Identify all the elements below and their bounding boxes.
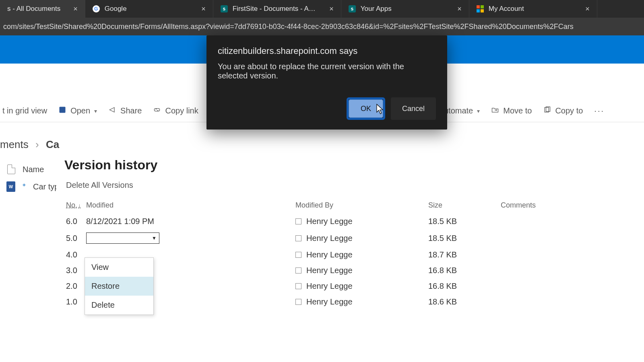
version-size: 18.6 KB <box>428 297 501 306</box>
version-by: Henry Legge <box>306 297 353 306</box>
version-by: Henry Legge <box>306 266 353 275</box>
ok-button-highlight: OK <box>347 97 385 120</box>
col-comments-header[interactable]: Comments <box>501 201 644 210</box>
label: Copy link <box>165 106 198 115</box>
version-no: 4.0 <box>66 250 86 259</box>
word-doc-icon: W <box>6 181 15 192</box>
share-button[interactable]: Share <box>108 106 142 116</box>
new-indicator-icon: ✦ <box>22 182 27 188</box>
label: Move to <box>503 106 532 115</box>
version-no: 2.0 <box>66 282 86 291</box>
close-icon[interactable]: × <box>321 5 334 13</box>
copy-to-button[interactable]: Copy to <box>543 106 583 116</box>
label: t in grid view <box>2 106 47 115</box>
breadcrumb-current: Ca <box>46 138 59 150</box>
close-icon[interactable]: × <box>65 5 78 13</box>
label: Share <box>120 106 142 115</box>
col-modified-header[interactable]: Modified <box>86 201 295 210</box>
presence-icon <box>295 252 301 258</box>
sharepoint-icon: s <box>349 5 356 12</box>
menu-view[interactable]: View <box>85 258 153 277</box>
word-icon <box>58 106 66 116</box>
dialog-title: citizenbuilders.sharepoint.com says <box>218 46 436 56</box>
tab-0[interactable]: s - All Documents × <box>0 0 85 18</box>
col-size-header[interactable]: Size <box>428 201 501 210</box>
confirm-dialog: citizenbuilders.sharepoint.com says You … <box>206 35 447 130</box>
version-size: 18.5 KB <box>428 217 501 226</box>
presence-icon <box>295 299 301 305</box>
url-text: com/sites/TestSite/Shared%20Documents/Fo… <box>3 23 574 31</box>
file-name: Car typ <box>33 182 59 191</box>
version-size: 16.8 KB <box>428 282 501 291</box>
link-icon <box>153 106 161 116</box>
col-modifiedby-header[interactable]: Modified By <box>295 201 428 210</box>
version-size: 18.7 KB <box>428 250 501 259</box>
tab-title: Google <box>105 5 127 13</box>
dialog-message: You are about to replace the current ver… <box>218 62 436 80</box>
close-icon[interactable]: × <box>577 5 590 13</box>
tab-3[interactable]: s Your Apps × <box>341 0 469 18</box>
close-icon[interactable]: × <box>449 5 462 13</box>
version-no: 6.0 <box>66 217 86 226</box>
address-bar[interactable]: com/sites/TestSite/Shared%20Documents/Fo… <box>0 18 644 35</box>
version-no: 5.0 <box>66 234 86 243</box>
version-row[interactable]: 5.0 ▼ Henry Legge 18.5 KB <box>56 229 644 247</box>
delete-all-versions-link[interactable]: Delete All Versions <box>56 181 133 201</box>
presence-icon <box>295 267 301 274</box>
move-to-button[interactable]: Move to <box>491 106 532 116</box>
file-icon <box>7 165 15 174</box>
chevron-right-icon: › <box>35 138 39 150</box>
version-dropdown[interactable]: ▼ <box>86 232 159 244</box>
tab-title: FirstSite - Documents - All Docu <box>233 5 316 13</box>
version-size: 18.5 KB <box>428 234 501 243</box>
tab-title: My Account <box>489 5 524 13</box>
tab-2[interactable]: s FirstSite - Documents - All Docu × <box>213 0 341 18</box>
browser-tab-strip: s - All Documents × G Google × s FirstSi… <box>0 0 644 18</box>
tab-title: Your Apps <box>361 5 392 13</box>
copy-link-button[interactable]: Copy link <box>153 106 198 116</box>
presence-icon <box>295 283 301 289</box>
google-icon: G <box>93 5 100 12</box>
version-by: Henry Legge <box>306 282 353 291</box>
label: Open <box>70 106 90 115</box>
tab-4[interactable]: My Account × <box>469 0 597 18</box>
chevron-down-icon: ▾ <box>94 108 97 114</box>
svg-rect-0 <box>60 107 66 113</box>
col-no-header[interactable]: No. <box>66 201 77 209</box>
version-by: Henry Legge <box>306 217 353 226</box>
label: Copy to <box>555 106 583 115</box>
edit-grid-button[interactable]: t in grid view <box>2 106 47 115</box>
copy-icon <box>543 106 551 116</box>
share-icon <box>108 106 116 116</box>
version-no: 1.0 <box>66 297 86 306</box>
panel-title: Version history <box>56 158 644 181</box>
name-column-header[interactable]: Name <box>23 165 44 174</box>
version-no: 3.0 <box>66 266 86 275</box>
close-icon[interactable]: × <box>193 5 206 13</box>
tab-1[interactable]: G Google × <box>85 0 213 18</box>
chevron-down-icon: ▾ <box>477 108 480 114</box>
version-modified-link[interactable]: 8/12/2021 1:09 PM <box>86 217 154 226</box>
menu-restore[interactable]: Restore <box>85 277 153 296</box>
microsoft-icon <box>477 5 484 12</box>
more-button[interactable]: ··· <box>594 106 605 115</box>
presence-icon <box>295 218 301 224</box>
cancel-button[interactable]: Cancel <box>391 97 436 120</box>
open-button[interactable]: Open ▾ <box>58 106 97 116</box>
version-context-menu: View Restore Delete <box>85 257 154 315</box>
version-size: 16.8 KB <box>428 266 501 275</box>
version-table-header: No.↓ Modified Modified By Size Comments <box>56 201 644 214</box>
breadcrumb-parent[interactable]: ments <box>0 138 29 150</box>
sharepoint-icon: s <box>221 5 228 12</box>
version-row[interactable]: 6.0 8/12/2021 1:09 PM Henry Legge 18.5 K… <box>56 214 644 229</box>
menu-delete[interactable]: Delete <box>85 296 153 315</box>
version-by: Henry Legge <box>306 234 353 243</box>
sort-desc-icon: ↓ <box>77 202 81 209</box>
move-icon <box>491 106 499 116</box>
version-by: Henry Legge <box>306 250 353 259</box>
presence-icon <box>295 235 301 241</box>
ok-button[interactable]: OK <box>349 99 383 118</box>
tab-title: s - All Documents <box>7 5 60 13</box>
chevron-down-icon: ▼ <box>152 235 157 241</box>
